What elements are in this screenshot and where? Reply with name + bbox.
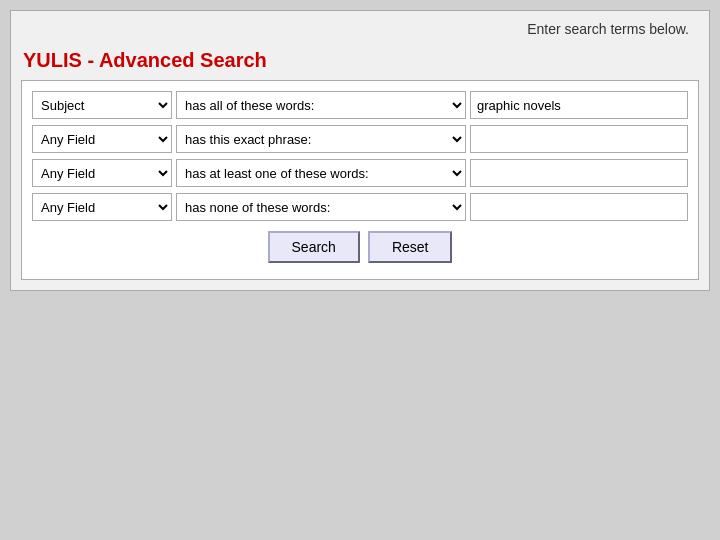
search-row-1: Subject Any Field Title Author ISBN Keyw… xyxy=(32,91,688,119)
instruction-bar: Enter search terms below. xyxy=(11,11,709,43)
condition-select-3[interactable]: has at least one of these words: has all… xyxy=(176,159,466,187)
search-row-3: Any Field Subject Title Author ISBN Keyw… xyxy=(32,159,688,187)
search-row-4: Any Field Subject Title Author ISBN Keyw… xyxy=(32,193,688,221)
search-row-2: Any Field Subject Title Author ISBN Keyw… xyxy=(32,125,688,153)
reset-button[interactable]: Reset xyxy=(368,231,453,263)
field-select-2[interactable]: Any Field Subject Title Author ISBN Keyw… xyxy=(32,125,172,153)
field-select-4[interactable]: Any Field Subject Title Author ISBN Keyw… xyxy=(32,193,172,221)
condition-select-4[interactable]: has none of these words: has all of thes… xyxy=(176,193,466,221)
button-row: Search Reset xyxy=(32,231,688,263)
instruction-text: Enter search terms below. xyxy=(527,21,689,37)
main-container: Enter search terms below. YULIS - Advanc… xyxy=(10,10,710,291)
field-select-3[interactable]: Any Field Subject Title Author ISBN Keyw… xyxy=(32,159,172,187)
value-input-3[interactable] xyxy=(470,159,688,187)
value-input-2[interactable] xyxy=(470,125,688,153)
search-form: Subject Any Field Title Author ISBN Keyw… xyxy=(21,80,699,280)
title-bar: YULIS - Advanced Search xyxy=(11,43,709,80)
search-button[interactable]: Search xyxy=(268,231,360,263)
value-input-1[interactable] xyxy=(470,91,688,119)
condition-select-2[interactable]: has this exact phrase: has all of these … xyxy=(176,125,466,153)
value-input-4[interactable] xyxy=(470,193,688,221)
field-select-1[interactable]: Subject Any Field Title Author ISBN Keyw… xyxy=(32,91,172,119)
page-title: YULIS - Advanced Search xyxy=(23,49,267,71)
condition-select-1[interactable]: has all of these words: has this exact p… xyxy=(176,91,466,119)
